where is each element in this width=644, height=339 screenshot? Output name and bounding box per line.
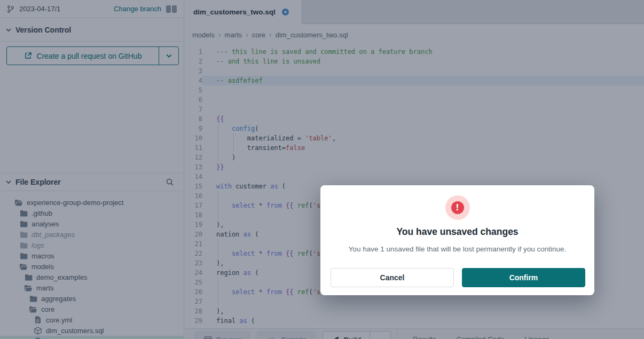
cancel-button[interactable]: Cancel [331, 268, 454, 287]
dialog-body-text: You have 1 unsaved file that will be los… [320, 245, 594, 253]
dialog-title: You have unsaved changes [320, 226, 594, 238]
dialog-actions: Cancel Confirm [331, 268, 585, 287]
dialog-icon-wrap: ! [320, 195, 594, 220]
confirm-button[interactable]: Confirm [462, 268, 585, 287]
alert-exclamation-icon: ! [451, 201, 464, 214]
unsaved-changes-dialog: ! You have unsaved changes You have 1 un… [320, 185, 594, 295]
alert-circle-bg: ! [445, 195, 470, 220]
